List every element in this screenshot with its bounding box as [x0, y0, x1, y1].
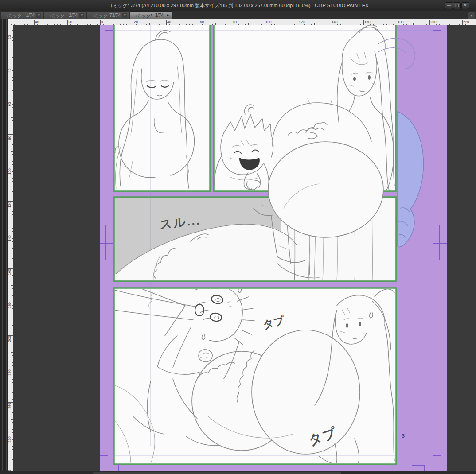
ruler-horizontal: 4020020406080100120140160180200220 — [8, 19, 476, 26]
tab-comic-3-active[interactable]: コミック* 3/74 ● — [130, 11, 172, 19]
tab-title: コミック — [4, 13, 22, 19]
edge-highlight — [2, 19, 3, 474]
tab-close-icon[interactable]: ✕ — [79, 13, 84, 18]
tab-comic-73[interactable]: コミック 73/74 ✕ — [87, 11, 129, 19]
edge-highlight — [6, 19, 7, 474]
tab-title: コミック* — [133, 13, 152, 19]
tab-page-count: 2/74 — [69, 13, 78, 18]
tab-title: コミック — [47, 13, 65, 19]
tab-list-dropdown-button[interactable]: ▾ — [468, 12, 475, 20]
window-title: コミック* 3/74 (A4 210.00 x 297.00mm 製本サイズ:B… — [0, 0, 476, 11]
chest-overflow-circle — [268, 142, 383, 237]
tab-close-icon[interactable]: ✕ — [122, 13, 127, 18]
tab-comic-2[interactable]: コミック 2/74 ✕ — [44, 11, 86, 19]
tab-close-icon[interactable]: ✕ — [36, 13, 41, 18]
tab-page-count: 3/74 — [155, 13, 164, 18]
left-panel-edge — [0, 19, 8, 474]
titlebar: コミック* 3/74 (A4 210.00 x 297.00mm 製本サイズ:B… — [0, 0, 476, 11]
manga-page-canvas[interactable]: スル... タプ タプ 3 — [100, 25, 447, 471]
document-tabbar: コミック 1/74 ✕ コミック 2/74 ✕ コミック 73/74 ✕ コミッ… — [0, 11, 476, 19]
canvas-viewport[interactable]: スル... タプ タプ 3 — [13, 25, 476, 471]
canvas-world: スル... タプ タプ 3 — [13, 25, 476, 471]
page-number: 3 — [402, 432, 405, 439]
scrollbar-thumb[interactable] — [93, 472, 341, 474]
minimize-button[interactable]: — — [445, 2, 453, 9]
horizontal-scrollbar[interactable] — [0, 471, 476, 474]
tab-title: コミック — [90, 13, 108, 19]
tab-comic-1[interactable]: コミック 1/74 ✕ — [1, 11, 43, 19]
clip-studio-window: コミック* 3/74 (A4 210.00 x 297.00mm 製本サイズ:B… — [0, 0, 476, 474]
tab-modified-dot: ● — [165, 13, 170, 18]
tab-page-count: 73/74 — [109, 13, 121, 18]
restore-button[interactable]: ▢ — [453, 2, 461, 9]
panel-1 — [114, 25, 210, 191]
tab-page-count: 1/74 — [26, 13, 35, 18]
close-button[interactable]: ✕ — [461, 2, 469, 9]
